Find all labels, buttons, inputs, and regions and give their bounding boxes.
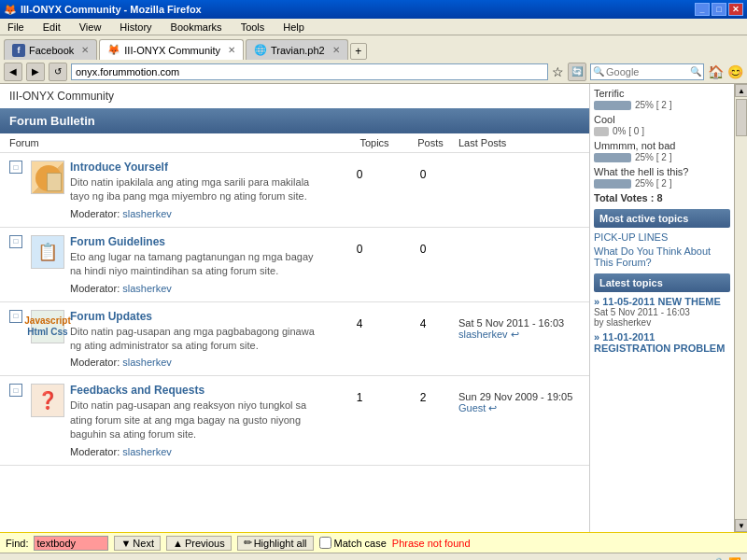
menu-file[interactable]: File [4,21,28,34]
facebook-tab-icon: f [12,44,25,57]
highlight-all-button[interactable]: ✏ Highlight all [237,536,314,551]
minimize-button[interactable]: _ [695,3,710,16]
introduce-mod: Moderator: slasherkev [70,208,324,219]
latest-title-1[interactable]: » 11-01-2011 REGISTRATION PROBLEM [594,331,730,354]
poll-option-ummmm: Ummmm, not bad 25% [ 2 ] [594,140,730,162]
guidelines-title[interactable]: Forum Guidelines [70,235,324,248]
status-bar: EN 🔒 📶 [0,553,747,560]
poll-option-terrific: Terrific 25% [ 2 ] [594,88,730,110]
tab-travian[interactable]: 🌐 Travian.ph2 ✕ [246,39,348,60]
tab-onyx[interactable]: 🦊 III-ONYX Community ✕ [99,39,244,60]
arrow-down-icon: ▼ [120,538,131,549]
latest-title-0[interactable]: » 11-05-2011 NEW THEME [594,296,730,307]
search-input[interactable] [606,66,690,77]
updates-category-icon: □ [9,310,22,323]
feedbacks-lastpost-date: Sun 29 Nov 2009 - 19:05 [458,391,580,402]
guidelines-mod-name[interactable]: slasherkev [122,283,172,294]
feedbacks-mod: Moderator: slasherkev [70,446,324,457]
scroll-up-button[interactable]: ▲ [735,84,747,97]
updates-mod-name[interactable]: slasherkev [122,357,172,368]
menu-bookmarks[interactable]: Bookmarks [167,21,226,34]
latest-by-0: by slasherkev [594,317,730,328]
poll-bar-ummmm [594,153,631,162]
most-active-header: Most active topics [594,209,730,228]
find-next-button[interactable]: ▼ Next [114,536,161,551]
maximize-button[interactable]: □ [712,3,726,16]
travian-tab-icon: 🌐 [254,44,267,56]
new-tab-button[interactable]: + [350,43,367,60]
onyx-tab-label: III-ONYX Community [124,45,220,56]
find-bar: Find: ▼ Next ▲ Previous ✏ Highlight all … [0,532,747,553]
col-lastposts-header: Last Posts [458,137,580,148]
introduce-category-icon: □ [9,161,22,174]
forum-bulletin-header: Forum Bulletin [0,108,589,133]
feedbacks-desc: Dito natin pag-usapan ang reaksyon niyo … [70,399,324,441]
sidebar: Terrific 25% [ 2 ] Cool 0% [ 0 ] Ummmm, … [589,84,734,532]
feedbacks-mod-name[interactable]: slasherkev [122,446,172,457]
poll-option-cool: Cool 0% [ 0 ] [594,114,730,136]
menu-view[interactable]: View [76,21,106,34]
most-active-link-1[interactable]: What Do You Think About This Forum? [594,245,730,268]
column-headers: Forum Topics Posts Last Posts [0,133,589,153]
search-engine-icon: 🔍 [593,66,604,77]
address-bar: ◀ ▶ ↺ ☆ 🔄 🔍 🔍 🏠 😊 [0,60,747,84]
updates-mod: Moderator: slasherkev [70,357,324,368]
search-button[interactable]: 🔍 [690,66,701,77]
feedbacks-title[interactable]: Feedbacks and Requests [70,384,324,397]
browser-content: III-ONYX Community Forum Bulletin Forum … [0,84,747,532]
guidelines-forum-icon: 📋 [31,235,64,269]
sidebar-poll: Terrific 25% [ 2 ] Cool 0% [ 0 ] Ummmm, … [594,88,730,203]
feedbacks-posts: 2 [395,384,451,404]
tab-facebook[interactable]: f Facebook ✕ [4,39,97,60]
scrollbar[interactable]: ▲ ▼ [734,84,747,532]
latest-item-1: » 11-01-2011 REGISTRATION PROBLEM [594,331,730,354]
scroll-thumb[interactable] [736,99,747,136]
col-posts-header: Posts [402,137,458,148]
poll-bar-wtf [594,179,631,189]
match-case-checkbox[interactable]: Match case [319,537,387,549]
arrow-up-icon: ▲ [173,538,183,549]
reload-button[interactable]: ↺ [49,63,67,81]
site-header: III-ONYX Community [0,84,589,108]
feedbacks-lastpost-user[interactable]: Guest ↩ [458,402,580,414]
introduce-title[interactable]: Introduce Yourself [70,161,324,174]
forward-button[interactable]: ▶ [26,63,45,81]
title-bar: 🦊 III-ONYX Community - Mozilla Firefox _… [0,0,747,19]
guidelines-posts: 0 [395,235,451,256]
introduce-forum-icon [31,161,64,194]
match-case-input[interactable] [319,537,331,549]
facebook-tab-close[interactable]: ✕ [81,45,89,55]
menu-help[interactable]: Help [279,21,308,34]
most-active-link-0[interactable]: PICK-UP LINES [594,231,730,243]
scroll-down-button[interactable]: ▼ [735,519,747,532]
refresh-button[interactable]: 🔄 [568,63,586,81]
back-button[interactable]: ◀ [4,63,22,81]
feedbacks-category-icon: □ [9,384,22,397]
travian-tab-label: Travian.ph2 [271,45,325,56]
tab-bar: f Facebook ✕ 🦊 III-ONYX Community ✕ 🌐 Tr… [0,35,747,60]
travian-tab-close[interactable]: ✕ [332,45,340,55]
introduce-posts: 0 [395,161,451,181]
menu-history[interactable]: History [116,21,155,34]
updates-desc: Dito natin pag-usapan ang mga pagbabagon… [70,325,324,354]
onyx-tab-close[interactable]: ✕ [228,45,235,55]
introduce-mod-name[interactable]: slasherkev [122,208,172,219]
star-icon[interactable]: ☆ [552,64,564,79]
latest-meta-0: Sat 5 Nov 2011 - 16:03 [594,307,730,317]
updates-title[interactable]: Forum Updates [70,310,324,323]
col-forum-header: Forum [9,137,346,148]
onyx-tab-icon: 🦊 [107,44,120,56]
highlight-icon: ✏ [244,537,252,549]
close-button[interactable]: ✕ [728,3,743,16]
feedbacks-topics: 1 [331,384,388,404]
home-button[interactable]: 🏠 [708,64,724,79]
menu-edit[interactable]: Edit [39,21,64,34]
menu-tools[interactable]: Tools [237,21,269,34]
find-input[interactable] [34,536,108,551]
find-previous-button[interactable]: ▲ Previous [166,536,232,551]
guidelines-lastpost [458,235,580,243]
updates-lastpost: Sat 5 Nov 2011 - 16:03 slasherkev ↩ [458,310,580,341]
forum-row-feedbacks: □ ❓ Feedbacks and Requests Dito natin pa… [0,376,589,465]
updates-lastpost-user[interactable]: slasherkev ↩ [458,329,580,341]
address-input[interactable] [71,63,548,80]
